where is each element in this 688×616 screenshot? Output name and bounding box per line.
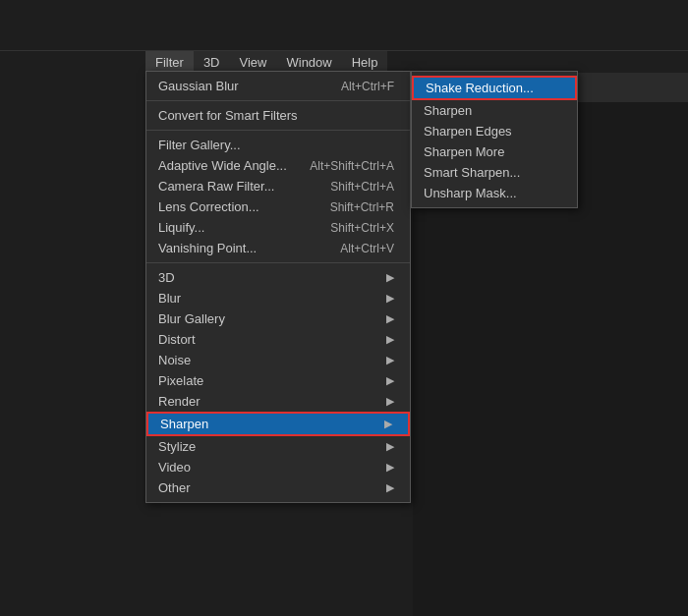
menu-item-video[interactable]: Video ▶ <box>146 457 410 477</box>
filter-dropdown: Gaussian Blur Alt+Ctrl+F Convert for Sma… <box>145 71 411 503</box>
separator-3 <box>146 262 410 263</box>
menu-item-gaussian-blur[interactable]: Gaussian Blur Alt+Ctrl+F <box>146 76 410 96</box>
menu-item-label: Distort <box>158 332 196 347</box>
menu-item-shortcut: Alt+Shift+Ctrl+A <box>310 159 394 173</box>
menu-item-sharpen[interactable]: Sharpen ▶ <box>146 412 410 436</box>
submenu-arrow-icon: ▶ <box>386 312 394 325</box>
menu-item-label: Convert for Smart Filters <box>158 108 298 123</box>
submenu-arrow-icon: ▶ <box>386 481 394 494</box>
menu-item-label: Render <box>158 394 201 409</box>
menu-item-label: 3D <box>158 270 175 285</box>
menu-item-adaptive-wide[interactable]: Adaptive Wide Angle... Alt+Shift+Ctrl+A <box>146 155 410 176</box>
menu-item-label: Stylize <box>158 439 196 454</box>
submenu-arrow-icon: ▶ <box>386 374 394 387</box>
menu-item-stylize[interactable]: Stylize ▶ <box>146 436 410 457</box>
menu-item-label: Video <box>158 460 191 475</box>
menu-item-shortcut: Shift+Ctrl+R <box>330 200 394 214</box>
menu-item-label: Blur <box>158 291 181 306</box>
submenu-item-label: Unsharp Mask... <box>424 186 517 200</box>
menu-item-label: Pixelate <box>158 373 203 388</box>
submenu-arrow-icon: ▶ <box>386 354 394 366</box>
submenu-item-label: Sharpen Edges <box>424 124 512 139</box>
menu-item-label: Lens Correction... <box>158 199 259 214</box>
menu-item-shortcut: Shift+Ctrl+A <box>330 180 394 194</box>
menu-item-label: Other <box>158 480 191 495</box>
menu-item-label: Liquify... <box>158 220 204 235</box>
menu-item-label: Vanishing Point... <box>158 241 257 255</box>
submenu-arrow-icon: ▶ <box>386 292 394 305</box>
menu-item-blur-gallery[interactable]: Blur Gallery ▶ <box>146 308 410 329</box>
submenu-item-label: Smart Sharpen... <box>424 165 520 180</box>
menu-item-camera-raw[interactable]: Camera Raw Filter... Shift+Ctrl+A <box>146 176 410 196</box>
submenu-item-smart-sharpen[interactable]: Smart Sharpen... <box>412 162 577 183</box>
menu-item-other[interactable]: Other ▶ <box>146 477 410 498</box>
menu-item-blur[interactable]: Blur ▶ <box>146 288 410 308</box>
submenu-item-label: Sharpen More <box>424 144 504 159</box>
menu-item-label: Blur Gallery <box>158 311 225 326</box>
menu-item-label: Sharpen <box>160 417 208 431</box>
menu-item-shortcut: Shift+Ctrl+X <box>330 221 394 235</box>
submenu-item-sharpen-more[interactable]: Sharpen More <box>412 141 577 162</box>
submenu-item-sharpen-edges[interactable]: Sharpen Edges <box>412 121 577 141</box>
menu-item-liquify[interactable]: Liquify... Shift+Ctrl+X <box>146 217 410 238</box>
separator-2 <box>146 130 410 131</box>
menu-item-shortcut: Alt+Ctrl+F <box>341 80 394 93</box>
sharpen-submenu: Shake Reduction... Sharpen Sharpen Edges… <box>411 71 578 208</box>
separator-1 <box>146 100 410 101</box>
submenu-arrow-icon: ▶ <box>384 418 392 430</box>
menu-item-convert-smart[interactable]: Convert for Smart Filters <box>146 105 410 126</box>
submenu-item-shake-reduction[interactable]: Shake Reduction... <box>412 76 577 100</box>
menu-item-vanishing-point[interactable]: Vanishing Point... Alt+Ctrl+V <box>146 238 410 258</box>
submenu-item-sharpen[interactable]: Sharpen <box>412 100 577 121</box>
submenu-item-label: Shake Reduction... <box>426 81 534 95</box>
menu-item-filter-gallery[interactable]: Filter Gallery... <box>146 135 410 155</box>
menu-item-3d[interactable]: 3D ▶ <box>146 267 410 288</box>
menu-item-distort[interactable]: Distort ▶ <box>146 329 410 350</box>
submenu-arrow-icon: ▶ <box>386 333 394 346</box>
menu-item-label: Noise <box>158 353 191 367</box>
menu-item-render[interactable]: Render ▶ <box>146 391 410 412</box>
menu-item-noise[interactable]: Noise ▶ <box>146 350 410 370</box>
submenu-arrow-icon: ▶ <box>386 271 394 284</box>
menu-item-lens-correction[interactable]: Lens Correction... Shift+Ctrl+R <box>146 196 410 217</box>
submenu-arrow-icon: ▶ <box>386 440 394 453</box>
menu-item-shortcut: Alt+Ctrl+V <box>340 242 394 255</box>
menu-item-label: Gaussian Blur <box>158 79 239 93</box>
submenu-item-unsharp-mask[interactable]: Unsharp Mask... <box>412 183 577 203</box>
menu-item-pixelate[interactable]: Pixelate ▶ <box>146 370 410 391</box>
menu-item-label: Camera Raw Filter... <box>158 179 274 194</box>
submenu-item-label: Sharpen <box>424 103 472 118</box>
submenu-arrow-icon: ▶ <box>386 461 394 474</box>
submenu-arrow-icon: ▶ <box>386 395 394 408</box>
photoshop-top-bar <box>0 0 688 51</box>
menu-item-label: Filter Gallery... <box>158 138 241 152</box>
menu-item-label: Adaptive Wide Angle... <box>158 158 287 173</box>
